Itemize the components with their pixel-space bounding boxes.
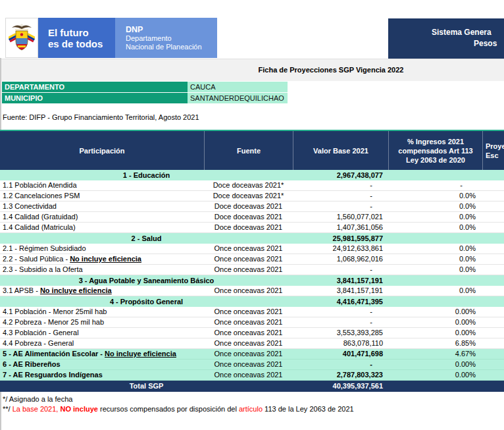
table-row-section: 4 - Propósito General 4,416,471,395 [0,296,504,307]
banner-line2: Pesos [474,39,497,48]
valor-cell: - [293,180,388,190]
participacion-cell: 4.1 Población - Menor 25mil hab [0,307,204,317]
pct-cell: 6.85% [388,338,482,348]
valor-cell: 25,981,595,877 [293,234,388,244]
fuente-cell: Once onceavas 2021 [204,370,293,380]
table-row: 1.1 Población Atendida Doce doceavas 202… [0,180,504,191]
table-header-row: Participación Fuente Valor Base 2021 % I… [0,131,504,170]
pct-cell: 0.0% [388,265,482,275]
participacion-cell: 7 - AE Resguardos Indígenas [0,370,204,380]
department-value: CAUCA [188,82,288,92]
location-block: DEPARTAMENTO CAUCA MUNICIPIO SANTANDERDE… [2,82,288,104]
pct-cell: 0.00% [388,328,482,338]
valor-cell: 863,078,110 [293,338,388,348]
table-row: 2.3 - Subsidio a la Oferta Once onceavas… [0,265,504,275]
valor-cell: - [293,202,388,211]
fuente-cell: Doce doceavas 2021* [204,180,293,190]
page-title: Ficha de Proyecciones SGP Vigencia 2022 [0,66,504,74]
section-label-cell: 4 - Propósito General [0,297,293,307]
participacion-cell: 1.3 Conectividad [0,202,204,211]
participacion-cell: 6 - AE Ribereños [0,360,204,369]
valor-cell: - [293,265,388,275]
valor-cell: - [293,307,388,317]
pct-cell: 0.00% [388,317,482,327]
valor-cell: 40,395,937,561 [293,381,388,391]
table-row: 4.3 Población - General Once onceavas 20… [0,328,504,338]
valor-cell: 1,068,962,016 [293,254,388,264]
col-header-pct: % Ingresos 2021 compensados Art 113 Ley … [388,131,482,170]
valor-cell: 1,407,361,056 [293,223,388,232]
col-header-fuente: Fuente [204,131,293,170]
fuente-cell: Once onceavas 2021 [204,349,293,359]
participacion-cell: 4.2 Pobreza - Menor 25 mil hab [0,317,204,327]
valor-cell: 401,471,698 [293,349,388,359]
table-row: 4.1 Población - Menor 25mil hab Once onc… [0,307,504,317]
tagline-line1: El futuro [48,27,115,38]
department-label: DEPARTAMENTO [2,82,188,92]
logo-band: El futuro es de todos DNP Departamento N… [0,0,504,58]
table-row-section: 1 - Educación 2,967,438,077 [0,170,504,180]
participacion-cell: 5 - AE Alimentación Escolar - No incluye… [0,349,204,359]
footnote-2: **/ La base 2021, NO incluye recursos co… [3,405,354,413]
table-row: 2.1 - Régimen Subsidiado Once onceavas 2… [0,244,504,254]
valor-cell: - [293,191,388,201]
pct-cell: 0.0% [388,254,482,264]
valor-cell: - [293,360,388,369]
pct-cell: 0.0% [388,212,482,222]
pct-cell: 0.00% [388,370,482,380]
source-note: Fuente: DIFP - Grupo Financiamiento Terr… [3,113,199,121]
participacion-cell: 1.1 Población Atendida [0,180,204,190]
municipality-row: MUNICIPIO SANTANDERDEQUILICHAO [2,93,288,103]
participacion-cell: 2.3 - Subsidio a la Oferta [0,265,204,275]
table-row-section: 3 - Agua Potable y Saneamiento Básico 3,… [0,275,504,286]
valor-cell: 3,841,157,191 [293,276,388,286]
table-row: 4.4 Pobreza - General Once onceavas 2021… [0,338,504,349]
valor-cell: 24,912,633,861 [293,244,388,254]
col-header-proyeccion: Proye Esc [482,131,504,170]
table-row: 1.2 Cancelaciones PSM Doce doceavas 2021… [0,191,504,202]
table-row-highlight: 5 - AE Alimentación Escolar - No incluye… [0,349,504,360]
pct-cell: 0.0% [388,286,482,296]
fuente-cell: Doce doceavas 2021 [204,212,293,222]
total-label-cell: Total SGP [0,381,293,391]
colombia-coat-of-arms [5,18,38,58]
section-label-cell: 2 - Salud [0,234,293,244]
municipality-label: MUNICIPIO [2,93,188,103]
valor-cell: 3,553,393,285 [293,328,388,338]
department-row: DEPARTAMENTO CAUCA [2,82,288,92]
pct-cell: 0.0% [388,191,482,201]
pct-cell: 0.00% [388,360,482,369]
table-row: 3.1 APSB - No incluye eficiencia Once on… [0,286,504,296]
pct-cell: 0.0% [388,244,482,254]
table-row: 1.3 Conectividad Doce doceavas 2021 - 0.… [0,202,504,212]
participacion-cell: 4.3 Población - General [0,328,204,338]
pct-cell: 4.67% [388,349,482,359]
fuente-cell: Once onceavas 2021 [204,328,293,338]
valor-cell: 2,787,803,323 [293,370,388,380]
dnp-logo-box: DNP Departamento Nacional de Planeación [115,18,217,58]
pct-cell: 0.0% [388,223,482,232]
participacion-cell: 1.4 Calidad (Matricula) [0,223,204,232]
fuente-cell: Once onceavas 2021 [204,317,293,327]
fuente-cell: Once onceavas 2021 [204,286,293,296]
gov-tagline-box: El futuro es de todos [38,18,115,58]
section-label-cell: 1 - Educación [0,171,293,180]
section-label-cell: 3 - Agua Potable y Saneamiento Básico [0,276,293,286]
participacion-cell: 1.2 Cancelaciones PSM [0,191,204,201]
table-row: 4.2 Pobreza - Menor 25 mil hab Once once… [0,317,504,328]
table-row: 2.2 - Salud Pública - No incluye eficien… [0,254,504,265]
pct-cell: 0.0% [388,202,482,211]
colombia-coat-of-arms-icon [9,22,35,55]
table-row-section: 2 - Salud 25,981,595,877 [0,233,504,244]
tagline-line2: es de todos [48,38,115,49]
footnote-1: */ Asignado a la fecha [3,395,72,403]
valor-cell: 4,416,471,395 [293,297,388,307]
fuente-cell: Once onceavas 2021 [204,265,293,275]
fuente-cell: Doce doceavas 2021 [204,223,293,232]
table-row: 1.4 Calidad (Matricula) Doce doceavas 20… [0,223,504,233]
sgp-projection-table: Participación Fuente Valor Base 2021 % I… [0,130,504,392]
fuente-cell: Once onceavas 2021 [204,338,293,348]
dnp-name-line2: Nacional de Planeación [126,43,217,51]
municipality-value: SANTANDERDEQUILICHAO [188,93,288,103]
fuente-cell: Once onceavas 2021 [204,254,293,264]
